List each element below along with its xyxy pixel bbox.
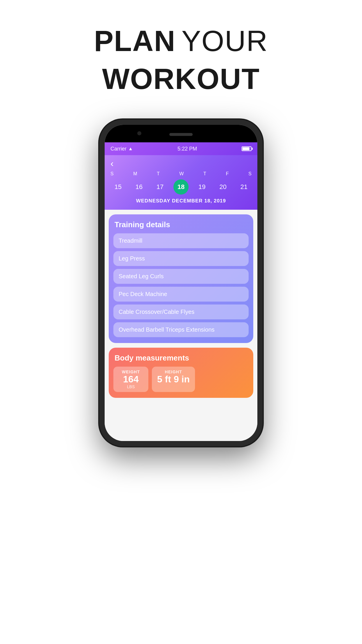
exercise-seated-leg-curls[interactable]: Seated Leg Curls [113, 269, 249, 284]
height-box[interactable]: HEIGHT 5 ft 9 in [152, 367, 195, 392]
exercise-pec-deck[interactable]: Pec Deck Machine [113, 287, 249, 302]
carrier-label: Carrier [110, 146, 126, 152]
body-card: Body measurements WEIGHT 164 LBS HEIGHT … [109, 348, 253, 398]
weight-box[interactable]: WEIGHT 164 LBS [113, 367, 148, 392]
clock: 5:22 PM [178, 146, 197, 152]
hero-workout: WORKOUT [94, 61, 268, 96]
cal-day-16[interactable]: 16 [131, 179, 147, 195]
day-f: F [226, 171, 229, 176]
height-label: HEIGHT [157, 370, 190, 374]
phone-mockup: Carrier ▲ 5:22 PM ‹ S M T W T F S [99, 120, 263, 446]
hero-section: PLAN YOUR WORKOUT [94, 23, 268, 96]
day-m: M [133, 171, 137, 176]
screen-content[interactable]: Training details Treadmill Leg Press Sea… [105, 210, 257, 441]
cal-day-17[interactable]: 17 [152, 179, 168, 195]
day-w: W [179, 171, 184, 176]
exercise-overhead-barbell[interactable]: Overhead Barbell Triceps Extensions [113, 322, 249, 337]
exercise-cable-crossover[interactable]: Cable Crossover/Cable Flyes [113, 304, 249, 319]
back-button[interactable]: ‹ [110, 158, 252, 169]
day-t1: T [157, 171, 160, 176]
calendar-dates-row: 15 16 17 18 19 20 21 [110, 179, 252, 195]
weight-value: 164 [119, 374, 143, 384]
cal-day-20[interactable]: 20 [215, 179, 231, 195]
carrier-info: Carrier ▲ [110, 146, 133, 152]
weight-unit: LBS [119, 384, 143, 389]
top-bar [105, 125, 257, 142]
battery-icon [242, 146, 252, 151]
exercise-leg-press[interactable]: Leg Press [113, 251, 249, 266]
weight-label: WEIGHT [119, 370, 143, 374]
cal-day-15[interactable]: 15 [110, 179, 126, 195]
training-card-title: Training details [113, 220, 249, 229]
calendar-date-label: WEDNESDAY DECEMBER 18, 2019 [110, 198, 252, 204]
exercise-treadmill[interactable]: Treadmill [113, 233, 249, 248]
phone-frame: Carrier ▲ 5:22 PM ‹ S M T W T F S [99, 120, 263, 446]
cal-day-21[interactable]: 21 [236, 179, 252, 195]
calendar-header: ‹ S M T W T F S 15 16 17 18 19 20 [105, 155, 257, 210]
speaker [169, 133, 193, 136]
cal-day-18[interactable]: 18 [173, 179, 189, 195]
measurements-row: WEIGHT 164 LBS HEIGHT 5 ft 9 in [113, 367, 249, 392]
day-t2: T [203, 171, 206, 176]
battery-fill [242, 147, 249, 150]
body-card-title: Body measurements [113, 354, 249, 363]
phone-screen: Carrier ▲ 5:22 PM ‹ S M T W T F S [105, 125, 257, 441]
camera [137, 131, 141, 135]
wifi-icon: ▲ [128, 146, 133, 151]
height-value: 5 ft 9 in [157, 374, 190, 384]
hero-plan: PLAN [94, 23, 175, 58]
day-s1: S [110, 171, 114, 176]
cal-day-19[interactable]: 19 [194, 179, 210, 195]
status-bar: Carrier ▲ 5:22 PM [105, 142, 257, 155]
day-s2: S [248, 171, 252, 176]
calendar-days-header: S M T W T F S [110, 171, 252, 176]
hero-your: YOUR [182, 23, 268, 58]
training-card: Training details Treadmill Leg Press Sea… [109, 214, 253, 343]
